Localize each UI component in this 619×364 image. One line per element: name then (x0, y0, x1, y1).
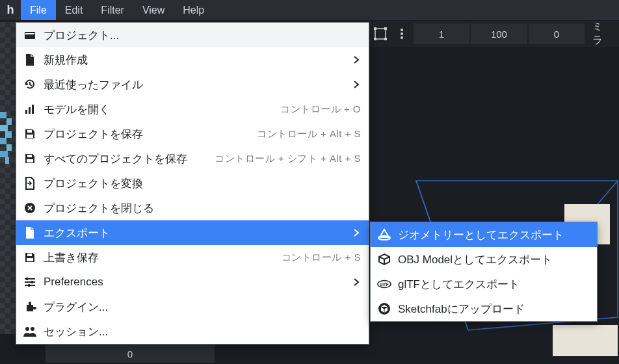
menu-file[interactable]: File (21, 0, 56, 20)
kebab-icon[interactable] (392, 23, 412, 44)
svg-point-35 (31, 327, 34, 331)
chart-icon (23, 102, 37, 116)
svg-rect-19 (25, 32, 35, 39)
svg-rect-27 (27, 159, 33, 162)
save-icon (23, 127, 37, 141)
sliders-icon (23, 275, 37, 289)
svg-rect-25 (27, 135, 33, 138)
save-icon (23, 250, 37, 265)
menu-edit[interactable]: Edit (56, 0, 92, 20)
svg-point-5 (401, 29, 403, 31)
bottom-value[interactable]: 0 (46, 344, 215, 363)
dd-export-label: エクスポート (44, 226, 110, 240)
document-icon (23, 53, 37, 67)
dd-new-label: 新規作成 (44, 53, 88, 68)
dd-save-project[interactable]: プロジェクトを保存 コントロール + Alt + S (16, 122, 369, 146)
svg-rect-12 (5, 131, 12, 138)
chevron-right-icon (352, 278, 361, 286)
svg-rect-24 (27, 130, 32, 133)
sub-export-geometry[interactable]: ジオメトリーとしてエクスポート (371, 222, 597, 247)
toolbar-val3[interactable]: 0 (529, 23, 585, 44)
svg-rect-21 (25, 110, 27, 114)
sub-export-gltf[interactable]: glTF glTFとしてエクスポート (371, 272, 597, 296)
people-icon (23, 324, 37, 339)
svg-point-34 (25, 327, 29, 331)
svg-rect-11 (0, 125, 8, 131)
dd-session[interactable]: セッション... (16, 319, 369, 344)
dd-session-label: セッション... (44, 324, 108, 339)
dd-save-all-shortcut: コントロール + シフト + Alt + S (215, 153, 361, 165)
svg-rect-23 (32, 105, 34, 114)
dd-open[interactable]: モデルを開く コントロール + O (16, 97, 369, 122)
dd-project[interactable]: プロジェクト... (16, 23, 369, 47)
svg-rect-33 (28, 284, 30, 287)
cube-icon (377, 252, 391, 266)
svg-rect-4 (384, 38, 387, 40)
dd-export[interactable]: エクスポート (16, 220, 369, 245)
dd-preferences[interactable]: Preferences (16, 270, 369, 294)
dd-close-project[interactable]: プロジェクトを閉じる (16, 196, 369, 220)
menu-view[interactable]: View (133, 0, 174, 20)
svg-rect-2 (384, 27, 387, 30)
sub-geom-label: ジオメトリーとしてエクスポート (398, 228, 564, 242)
svg-rect-10 (7, 118, 12, 125)
svg-point-6 (401, 32, 403, 35)
dd-project-label: プロジェクト... (44, 28, 119, 43)
toolbar-val1[interactable]: 1 (414, 23, 470, 44)
bounding-box-icon[interactable] (371, 23, 391, 44)
svg-rect-16 (5, 157, 9, 164)
geometry-icon (377, 228, 391, 242)
dd-plugins[interactable]: プラグイン... (16, 294, 369, 319)
toolbar-val2[interactable]: 100 (471, 23, 527, 44)
dd-save-overwrite-label: 上書き保存 (44, 250, 99, 265)
chevron-right-icon (352, 56, 361, 64)
dd-open-shortcut: コントロール + O (280, 103, 361, 116)
app-logo: h (0, 0, 21, 20)
dd-plugins-label: プラグイン... (44, 300, 108, 315)
svg-rect-13 (0, 138, 7, 144)
gltf-icon: glTF (377, 277, 391, 291)
svg-rect-32 (31, 281, 33, 283)
dd-recent[interactable]: 最近使ったファイル (16, 72, 369, 97)
dd-open-label: モデルを開く (44, 102, 110, 117)
dd-save-project-shortcut: コントロール + Alt + S (257, 128, 361, 140)
dd-save-all[interactable]: すべてのプロジェクトを保存 コントロール + シフト + Alt + S (16, 146, 369, 171)
menubar: h File Edit Filter View Help (0, 0, 619, 21)
sub-export-obj[interactable]: OBJ Modelとしてエクスポート (371, 247, 597, 272)
export-submenu: ジオメトリーとしてエクスポート OBJ Modelとしてエクスポート glTF … (370, 222, 598, 322)
menu-filter[interactable]: Filter (92, 0, 133, 20)
svg-rect-29 (27, 254, 32, 256)
gutter-pixel-art (0, 104, 16, 182)
close-circle-icon (23, 201, 37, 215)
dd-preferences-label: Preferences (44, 276, 103, 289)
svg-rect-31 (26, 278, 28, 280)
menu-help[interactable]: Help (174, 0, 213, 20)
svg-rect-26 (27, 155, 32, 157)
sub-gltf-label: glTFとしてエクスポート (398, 277, 520, 292)
dd-close-project-label: プロジェクトを閉じる (44, 201, 154, 216)
sub-obj-label: OBJ Modelとしてエクスポート (398, 252, 552, 267)
svg-rect-30 (27, 258, 33, 261)
history-icon (23, 77, 37, 92)
svg-rect-15 (0, 151, 8, 157)
svg-rect-22 (29, 107, 31, 114)
dd-save-project-label: プロジェクトを保存 (44, 127, 143, 142)
chevron-right-icon (352, 81, 361, 88)
dd-save-overwrite-shortcut: コントロール + S (282, 252, 361, 264)
dd-save-all-label: すべてのプロジェクトを保存 (44, 151, 187, 166)
svg-rect-3 (374, 38, 376, 40)
svg-rect-1 (374, 27, 376, 30)
dd-save-overwrite[interactable]: 上書き保存 コントロール + S (16, 245, 369, 270)
convert-icon (23, 176, 37, 190)
svg-rect-0 (375, 29, 386, 39)
dd-convert[interactable]: プロジェクトを変換 (16, 171, 369, 196)
sub-sketchfab[interactable]: Sketchfabにアップロード (371, 296, 597, 321)
svg-rect-14 (7, 144, 12, 151)
dd-new[interactable]: 新規作成 (16, 47, 369, 72)
plugin-icon (23, 300, 37, 314)
svg-rect-18 (553, 325, 618, 356)
file-dropdown: プロジェクト... 新規作成 最近使ったファイル モデルを開く コントロール +… (16, 22, 369, 344)
sub-sketchfab-label: Sketchfabにアップロード (398, 302, 525, 317)
chevron-right-icon (352, 229, 361, 237)
save-icon (23, 151, 37, 166)
